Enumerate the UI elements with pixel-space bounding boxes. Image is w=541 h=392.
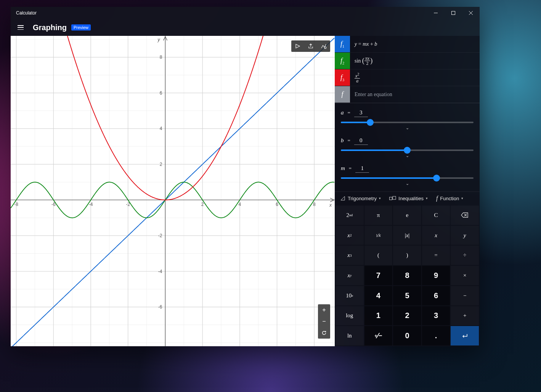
svg-text:2: 2 xyxy=(160,162,162,167)
key-|x|[interactable]: |x| xyxy=(393,226,421,245)
mode-title: Graphing xyxy=(33,23,67,32)
var-b-expand[interactable]: ⌄ xyxy=(341,153,474,161)
key-5[interactable]: 5 xyxy=(393,286,421,305)
var-b-slider[interactable] xyxy=(341,149,474,151)
key-C[interactable]: C xyxy=(422,206,450,225)
category-inequalities[interactable]: Inequalities▾ xyxy=(389,195,428,202)
key-3[interactable]: 3 xyxy=(422,306,450,326)
preview-badge: Preview xyxy=(71,24,91,31)
key-÷[interactable]: ÷ xyxy=(451,246,479,265)
key-2[interactable]: 2 xyxy=(393,306,421,326)
key-ln[interactable]: ln xyxy=(336,326,364,345)
equation-row-3[interactable]: f3 x2a xyxy=(335,69,480,86)
key-8[interactable]: 8 xyxy=(393,266,421,285)
svg-rect-76 xyxy=(393,196,396,199)
var-m-value[interactable]: 1 xyxy=(355,165,369,173)
key-7[interactable]: 7 xyxy=(364,266,393,285)
category-function[interactable]: f Function▾ xyxy=(436,195,463,202)
equation-row-2[interactable]: f2 sin (πx2) xyxy=(335,53,480,69)
var-m-slider[interactable] xyxy=(341,177,474,179)
key-x³[interactable]: x3 xyxy=(336,246,364,265)
key-0[interactable]: 0 xyxy=(393,326,421,345)
zoom-out-button[interactable]: − xyxy=(318,316,330,327)
svg-text:-2: -2 xyxy=(158,233,162,238)
key-.[interactable]: . xyxy=(422,326,450,345)
key-=[interactable]: = xyxy=(422,246,450,265)
key-+[interactable]: + xyxy=(451,306,479,326)
variables-panel: a = 3 ⌄ b = 0 ⌄ m = 1 ⌄ xyxy=(335,103,480,191)
nav-menu-button[interactable] xyxy=(13,20,28,35)
equation-row-1[interactable]: f1 y = mx + b xyxy=(335,36,480,53)
category-trigonometry[interactable]: Trigonometry▾ xyxy=(340,195,381,202)
key-x[interactable]: x xyxy=(422,226,450,245)
variable-b: b = 0 ⌄ xyxy=(341,134,474,162)
trace-button[interactable] xyxy=(291,40,304,52)
var-a-value[interactable]: 3 xyxy=(354,109,368,117)
key-↵[interactable] xyxy=(451,326,479,345)
key-¹⁄ₓ[interactable]: 1⁄x xyxy=(364,226,393,245)
svg-rect-75 xyxy=(390,197,392,200)
calculator-window: Calculator Graphing Preview -8-6-4-22468 xyxy=(11,7,480,346)
svg-text:8: 8 xyxy=(160,55,162,60)
key-6[interactable]: 6 xyxy=(422,286,450,305)
key-10ˣ[interactable]: 10x xyxy=(336,286,364,305)
share-button[interactable] xyxy=(304,40,317,52)
equation-color-new[interactable]: f xyxy=(335,86,350,103)
key-1[interactable]: 1 xyxy=(364,306,393,326)
equation-color-3[interactable]: f3 xyxy=(335,69,350,86)
graph-toolbar xyxy=(291,40,330,52)
zoom-in-button[interactable]: + xyxy=(318,304,330,316)
svg-text:2: 2 xyxy=(201,202,204,207)
var-a-slider[interactable] xyxy=(341,122,474,123)
key-2ⁿᵈ[interactable]: 2nd xyxy=(336,206,364,225)
svg-text:4: 4 xyxy=(239,202,241,207)
key-9[interactable]: 9 xyxy=(422,266,450,285)
svg-text:-6: -6 xyxy=(158,304,162,310)
minimize-button[interactable] xyxy=(427,7,445,19)
keypad-categories: Trigonometry▾ Inequalities▾ f Function▾ xyxy=(335,191,480,205)
var-name: b xyxy=(341,137,344,144)
variable-a: a = 3 ⌄ xyxy=(341,106,474,134)
variable-m: m = 1 ⌄ xyxy=(341,162,474,190)
close-button[interactable] xyxy=(462,7,480,19)
key-([interactable]: ( xyxy=(364,246,393,265)
equation-placeholder[interactable]: Enter an equation xyxy=(350,86,480,103)
var-name: m xyxy=(341,165,345,172)
key-4[interactable]: 4 xyxy=(364,286,393,305)
var-b-value[interactable]: 0 xyxy=(354,137,368,145)
zoom-reset-button[interactable] xyxy=(318,327,330,339)
svg-text:x: x xyxy=(329,202,332,208)
equation-row-new[interactable]: f Enter an equation xyxy=(335,86,480,103)
key-−[interactable]: − xyxy=(451,286,479,305)
key-π[interactable]: π xyxy=(364,206,393,225)
svg-text:-4: -4 xyxy=(158,269,162,274)
graph-settings-button[interactable] xyxy=(317,40,330,52)
svg-rect-1 xyxy=(452,11,455,15)
equation-body-2[interactable]: sin (πx2) xyxy=(350,53,480,69)
svg-text:4: 4 xyxy=(160,126,162,131)
equation-body-3[interactable]: x2a xyxy=(350,69,480,86)
header: Graphing Preview xyxy=(11,19,480,36)
key-⁺⁄₋[interactable]: +⁄− xyxy=(364,326,393,345)
equation-color-1[interactable]: f1 xyxy=(335,36,350,52)
key-log[interactable]: log xyxy=(336,306,364,326)
key-×[interactable]: × xyxy=(451,266,479,285)
var-name: a xyxy=(341,109,344,116)
window-title: Calculator xyxy=(16,10,37,16)
equation-body-1[interactable]: y = mx + b xyxy=(350,36,480,52)
key-⌫[interactable] xyxy=(451,206,479,225)
equation-color-2[interactable]: f2 xyxy=(335,53,350,69)
key-xʸ[interactable]: xy xyxy=(336,266,364,285)
graph-panel[interactable]: -8-6-4-22468-6-4-22468xy xyxy=(11,36,335,346)
var-m-expand[interactable]: ⌄ xyxy=(341,180,474,188)
keypad: 2ndπeCx21⁄x|x|xyx3()=÷xy789×10x456−log12… xyxy=(335,205,480,346)
key-x²[interactable]: x2 xyxy=(336,226,364,245)
key-)[interactable]: ) xyxy=(393,246,421,265)
titlebar: Calculator xyxy=(11,7,480,19)
maximize-button[interactable] xyxy=(445,7,462,19)
graph-canvas[interactable]: -8-6-4-22468-6-4-22468xy xyxy=(11,36,335,346)
svg-text:6: 6 xyxy=(160,90,162,96)
key-y[interactable]: y xyxy=(451,226,479,245)
key-e[interactable]: e xyxy=(393,206,421,225)
var-a-expand[interactable]: ⌄ xyxy=(341,125,474,133)
